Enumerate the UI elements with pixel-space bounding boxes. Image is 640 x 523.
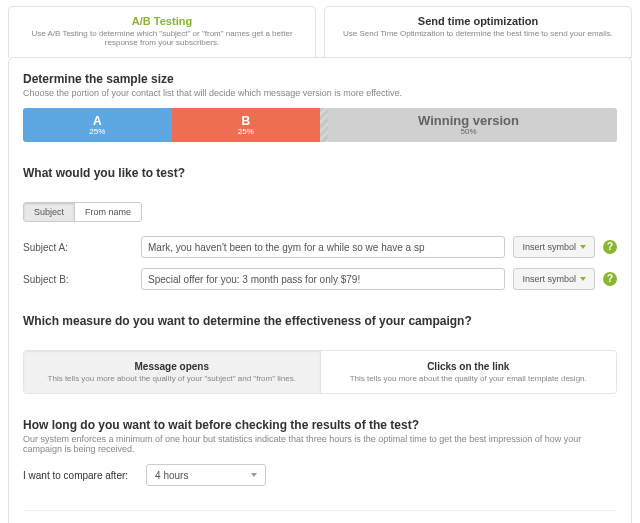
help-icon[interactable]: ? <box>603 240 617 254</box>
section-sample-size: Determine the sample size Choose the por… <box>23 72 617 142</box>
sample-size-slider[interactable]: A 25% B 25% Winning version 50% <box>23 108 617 142</box>
compare-after-value: 4 hours <box>155 470 188 481</box>
ab-panel: Determine the sample size Choose the por… <box>8 57 632 523</box>
row-subject-a: Subject A: Insert symbol ? <box>23 236 617 258</box>
wait-heading: How long do you want to wait before chec… <box>23 418 617 432</box>
test-heading: What would you like to test? <box>23 166 617 180</box>
measure-clicks-desc: This tells you more about the quality of… <box>335 374 603 383</box>
subject-a-label: Subject A: <box>23 242 133 253</box>
sample-subhead: Choose the portion of your contact list … <box>23 88 617 98</box>
tab-ab-title: A/B Testing <box>21 15 303 27</box>
tab-ab-desc: Use A/B Testing to determine which "subj… <box>21 29 303 47</box>
compare-after-label: I want to compare after: <box>23 470 128 481</box>
measure-clicks-title: Clicks on the link <box>335 361 603 372</box>
measure-cards: Message opens This tells you more about … <box>23 350 617 394</box>
wait-subhead: Our system enforces a minimum of one hou… <box>23 434 617 454</box>
measure-clicks[interactable]: Clicks on the link This tells you more a… <box>320 351 617 393</box>
seg-win-label: Winning version <box>418 114 519 127</box>
section-wait-time: How long do you want to wait before chec… <box>23 418 617 486</box>
measure-message-opens[interactable]: Message opens This tells you more about … <box>24 351 320 393</box>
subject-b-input[interactable] <box>141 268 505 290</box>
top-tabs: A/B Testing Use A/B Testing to determine… <box>0 0 640 58</box>
sample-seg-winning: Winning version 50% <box>320 108 617 142</box>
test-type-toggle: Subject From name <box>23 202 142 222</box>
measure-opens-desc: This tells you more about the quality of… <box>38 374 306 383</box>
tab-ab-testing[interactable]: A/B Testing Use A/B Testing to determine… <box>8 6 316 58</box>
seg-a-pct: 25% <box>89 128 105 136</box>
insert-symbol-b[interactable]: Insert symbol <box>513 268 595 290</box>
seg-b-pct: 25% <box>238 128 254 136</box>
insert-symbol-a[interactable]: Insert symbol <box>513 236 595 258</box>
row-subject-b: Subject B: Insert symbol ? <box>23 268 617 290</box>
sample-seg-a[interactable]: A 25% <box>23 108 172 142</box>
subject-a-input[interactable] <box>141 236 505 258</box>
toggle-subject[interactable]: Subject <box>23 202 75 222</box>
seg-b-label: B <box>241 115 250 127</box>
tab-sto-desc: Use Send Time Optimization to determine … <box>337 29 619 38</box>
seg-win-pct: 50% <box>460 128 476 136</box>
tab-send-time[interactable]: Send time optimization Use Send Time Opt… <box>324 6 632 58</box>
measure-heading: Which measure do you want to determine t… <box>23 314 617 328</box>
wait-row: I want to compare after: 4 hours <box>23 464 617 486</box>
seg-a-label: A <box>93 115 102 127</box>
measure-opens-title: Message opens <box>38 361 306 372</box>
toggle-from-name[interactable]: From name <box>74 202 142 222</box>
sample-seg-b[interactable]: B 25% <box>172 108 321 142</box>
section-what-to-test: What would you like to test? Subject Fro… <box>23 166 617 290</box>
section-measure: Which measure do you want to determine t… <box>23 314 617 394</box>
footer: Run the test Nevermind - I don't want to… <box>23 510 617 523</box>
compare-after-select[interactable]: 4 hours <box>146 464 266 486</box>
sample-heading: Determine the sample size <box>23 72 617 86</box>
help-icon[interactable]: ? <box>603 272 617 286</box>
subject-b-label: Subject B: <box>23 274 133 285</box>
tab-sto-title: Send time optimization <box>337 15 619 27</box>
